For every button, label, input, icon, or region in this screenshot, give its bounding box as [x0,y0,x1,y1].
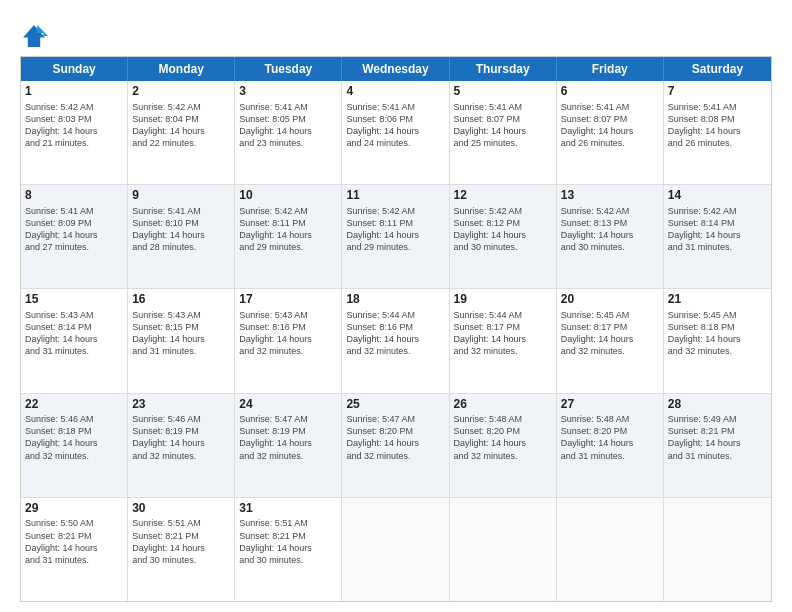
sunrise-line: Sunrise: 5:47 AM [346,413,444,425]
day-cell-6: 6 Sunrise: 5:41 AM Sunset: 8:07 PM Dayli… [557,81,664,184]
minutes-line: and 31 minutes. [132,345,230,357]
sunset-line: Sunset: 8:11 PM [239,217,337,229]
sunrise-line: Sunrise: 5:41 AM [561,101,659,113]
sunrise-line: Sunrise: 5:47 AM [239,413,337,425]
sunrise-line: Sunrise: 5:49 AM [668,413,767,425]
header-day-saturday: Saturday [664,57,771,81]
minutes-line: and 31 minutes. [561,450,659,462]
calendar-row-1: 1 Sunrise: 5:42 AM Sunset: 8:03 PM Dayli… [21,81,771,184]
day-number: 23 [132,397,230,413]
header [20,18,772,50]
day-cell-1: 1 Sunrise: 5:42 AM Sunset: 8:03 PM Dayli… [21,81,128,184]
sunrise-line: Sunrise: 5:41 AM [239,101,337,113]
minutes-line: and 23 minutes. [239,137,337,149]
daylight-line: Daylight: 14 hours [454,229,552,241]
minutes-line: and 32 minutes. [454,345,552,357]
header-day-friday: Friday [557,57,664,81]
minutes-line: and 30 minutes. [454,241,552,253]
minutes-line: and 32 minutes. [561,345,659,357]
minutes-line: and 29 minutes. [346,241,444,253]
day-cell-30: 30 Sunrise: 5:51 AM Sunset: 8:21 PM Dayl… [128,498,235,601]
sunset-line: Sunset: 8:16 PM [346,321,444,333]
daylight-line: Daylight: 14 hours [239,542,337,554]
daylight-line: Daylight: 14 hours [239,229,337,241]
sunset-line: Sunset: 8:11 PM [346,217,444,229]
calendar: SundayMondayTuesdayWednesdayThursdayFrid… [20,56,772,602]
sunrise-line: Sunrise: 5:43 AM [25,309,123,321]
sunrise-line: Sunrise: 5:46 AM [25,413,123,425]
minutes-line: and 32 minutes. [454,450,552,462]
day-number: 28 [668,397,767,413]
day-number: 2 [132,84,230,100]
sunrise-line: Sunrise: 5:43 AM [132,309,230,321]
minutes-line: and 32 minutes. [239,345,337,357]
empty-cell [664,498,771,601]
sunset-line: Sunset: 8:15 PM [132,321,230,333]
empty-cell [557,498,664,601]
day-cell-17: 17 Sunrise: 5:43 AM Sunset: 8:16 PM Dayl… [235,289,342,392]
day-number: 10 [239,188,337,204]
sunrise-line: Sunrise: 5:42 AM [132,101,230,113]
day-number: 14 [668,188,767,204]
day-number: 19 [454,292,552,308]
day-cell-29: 29 Sunrise: 5:50 AM Sunset: 8:21 PM Dayl… [21,498,128,601]
day-number: 22 [25,397,123,413]
sunset-line: Sunset: 8:05 PM [239,113,337,125]
day-cell-26: 26 Sunrise: 5:48 AM Sunset: 8:20 PM Dayl… [450,394,557,497]
logo [20,22,52,50]
day-cell-5: 5 Sunrise: 5:41 AM Sunset: 8:07 PM Dayli… [450,81,557,184]
sunrise-line: Sunrise: 5:50 AM [25,517,123,529]
sunset-line: Sunset: 8:16 PM [239,321,337,333]
day-number: 18 [346,292,444,308]
sunrise-line: Sunrise: 5:46 AM [132,413,230,425]
day-number: 20 [561,292,659,308]
daylight-line: Daylight: 14 hours [239,125,337,137]
minutes-line: and 24 minutes. [346,137,444,149]
sunrise-line: Sunrise: 5:41 AM [346,101,444,113]
day-number: 7 [668,84,767,100]
sunset-line: Sunset: 8:19 PM [239,425,337,437]
empty-cell [342,498,449,601]
sunset-line: Sunset: 8:17 PM [561,321,659,333]
day-number: 21 [668,292,767,308]
daylight-line: Daylight: 14 hours [239,333,337,345]
sunset-line: Sunset: 8:18 PM [25,425,123,437]
day-cell-24: 24 Sunrise: 5:47 AM Sunset: 8:19 PM Dayl… [235,394,342,497]
sunset-line: Sunset: 8:21 PM [132,530,230,542]
daylight-line: Daylight: 14 hours [239,437,337,449]
sunset-line: Sunset: 8:17 PM [454,321,552,333]
daylight-line: Daylight: 14 hours [561,437,659,449]
daylight-line: Daylight: 14 hours [132,437,230,449]
daylight-line: Daylight: 14 hours [561,125,659,137]
daylight-line: Daylight: 14 hours [561,333,659,345]
svg-marker-0 [23,25,45,47]
sunrise-line: Sunrise: 5:41 AM [454,101,552,113]
sunset-line: Sunset: 8:06 PM [346,113,444,125]
sunrise-line: Sunrise: 5:44 AM [454,309,552,321]
day-number: 16 [132,292,230,308]
calendar-header: SundayMondayTuesdayWednesdayThursdayFrid… [21,57,771,81]
day-cell-12: 12 Sunrise: 5:42 AM Sunset: 8:12 PM Dayl… [450,185,557,288]
calendar-row-5: 29 Sunrise: 5:50 AM Sunset: 8:21 PM Dayl… [21,497,771,601]
minutes-line: and 26 minutes. [561,137,659,149]
sunrise-line: Sunrise: 5:42 AM [561,205,659,217]
day-cell-25: 25 Sunrise: 5:47 AM Sunset: 8:20 PM Dayl… [342,394,449,497]
sunset-line: Sunset: 8:04 PM [132,113,230,125]
minutes-line: and 27 minutes. [25,241,123,253]
day-cell-31: 31 Sunrise: 5:51 AM Sunset: 8:21 PM Dayl… [235,498,342,601]
day-cell-14: 14 Sunrise: 5:42 AM Sunset: 8:14 PM Dayl… [664,185,771,288]
day-cell-8: 8 Sunrise: 5:41 AM Sunset: 8:09 PM Dayli… [21,185,128,288]
sunset-line: Sunset: 8:14 PM [25,321,123,333]
day-number: 3 [239,84,337,100]
page: SundayMondayTuesdayWednesdayThursdayFrid… [0,0,792,612]
day-number: 17 [239,292,337,308]
sunset-line: Sunset: 8:21 PM [25,530,123,542]
day-cell-11: 11 Sunrise: 5:42 AM Sunset: 8:11 PM Dayl… [342,185,449,288]
minutes-line: and 26 minutes. [668,137,767,149]
day-cell-20: 20 Sunrise: 5:45 AM Sunset: 8:17 PM Dayl… [557,289,664,392]
sunset-line: Sunset: 8:07 PM [561,113,659,125]
header-day-wednesday: Wednesday [342,57,449,81]
sunset-line: Sunset: 8:07 PM [454,113,552,125]
day-cell-2: 2 Sunrise: 5:42 AM Sunset: 8:04 PM Dayli… [128,81,235,184]
day-number: 24 [239,397,337,413]
